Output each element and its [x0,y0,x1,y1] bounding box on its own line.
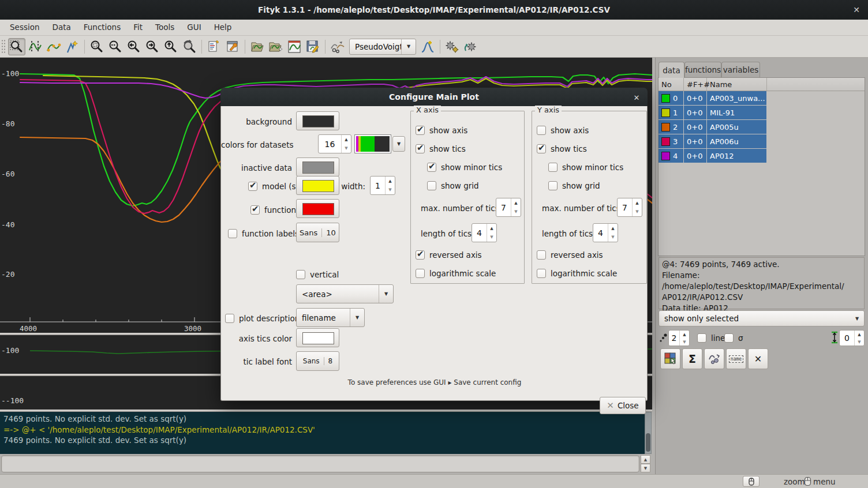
sigma-checkbox[interactable] [724,333,734,343]
dataset-color-swatch[interactable] [661,108,670,117]
x-max-tics-spinner[interactable]: 7▲▼ [496,198,521,217]
dialog-titlebar[interactable]: Configure Main Plot ✕ [220,88,648,106]
undo-fit-button[interactable] [462,38,480,55]
window-close-icon[interactable]: ✕ [851,4,862,16]
dataset-color-swatch[interactable] [661,123,670,132]
y-show-axis-checkbox[interactable] [537,126,546,135]
line-checkbox[interactable] [697,333,706,343]
menu-gui[interactable]: GUI [181,20,207,35]
y-reversed-axis-checkbox[interactable] [537,250,546,260]
function-labels-checkbox[interactable] [228,229,237,238]
mouse-hints-toggle-button[interactable] [743,476,760,487]
delete-dataset-button[interactable]: ✕ [748,348,768,369]
vertical-checkbox[interactable] [296,270,305,279]
add-function-button[interactable] [419,38,436,55]
output-console[interactable]: 7469 points. No explicit std. dev. Set a… [0,412,645,454]
menu-data[interactable]: Data [46,20,77,35]
x-log-scale-checkbox[interactable] [416,269,425,278]
dataset-color-swatch[interactable] [661,137,670,146]
plot-description-dropdown[interactable]: filename ▼ [296,308,365,327]
zoom-right-button[interactable] [144,38,161,55]
close-button[interactable]: ✕ Close [600,397,646,414]
menu-help[interactable]: Help [208,20,238,35]
x-show-axis-checkbox[interactable] [416,126,425,135]
y-show-minor-tics-checkbox[interactable] [548,163,558,172]
show-sum-button[interactable]: Σ [682,348,702,369]
data-transform-button[interactable] [329,38,346,55]
label-format-dropdown[interactable]: <area> ▼ [296,284,394,303]
zoom-up-button[interactable] [162,38,179,55]
copy-functions-button[interactable] [704,348,724,369]
dialog-close-icon[interactable]: ✕ [631,92,642,103]
baseline-mode-button[interactable] [45,38,62,55]
zoom-mode-button[interactable] [8,38,25,55]
dataset-colors-preview-button[interactable] [354,134,391,153]
y-show-grid-checkbox[interactable] [548,181,558,190]
x-tic-length-spinner[interactable]: 4▲▼ [472,223,497,242]
table-row[interactable]: 4 0+0 AP012 [659,149,865,163]
point-size-spinner[interactable]: 2 ▲▼ [668,330,690,346]
dataset-table[interactable]: No #F+# Name 0 0+0 AP003_unwa... 1 0+0 M… [658,77,865,256]
data-range-mode-button[interactable] [27,38,44,55]
y-max-tics-spinner[interactable]: 7▲▼ [617,198,642,217]
menu-fit[interactable]: Fit [127,20,149,35]
dataset-color-swatch[interactable] [661,94,670,103]
rename-dataset-button[interactable]: name [726,348,746,369]
data-editor-button[interactable] [286,38,303,55]
show-filter-dropdown[interactable]: show only selected ▼ [659,310,865,326]
menu-session[interactable]: Session [3,20,46,35]
tic-font-button[interactable]: Sans 8 [296,351,339,371]
zoom-left-button[interactable] [125,38,143,55]
append-data-button[interactable] [267,38,285,55]
zoom-previous-button[interactable] [181,38,198,55]
run-fit-button[interactable] [444,38,461,55]
menu-tools[interactable]: Tools [149,20,181,35]
col-header-ff[interactable]: #F+# [684,78,707,91]
label-font-button[interactable]: Sans 10 [296,223,339,242]
y-tic-length-spinner[interactable]: 4▲▼ [593,223,618,242]
x-reversed-axis-checkbox[interactable] [416,250,425,260]
toolbar-grip[interactable] [1,39,6,54]
model-sum-checkbox[interactable] [248,182,257,191]
console-scrollbar[interactable] [645,412,652,454]
scrollbar-thumb[interactable] [646,433,650,452]
axis-tics-color-button[interactable] [296,328,339,347]
save-session-button[interactable] [304,38,321,55]
open-data-button[interactable] [249,38,266,55]
tab-variables[interactable]: variables [721,62,760,77]
menu-functions[interactable]: Functions [77,20,127,35]
session-log-button[interactable] [205,38,223,55]
table-row[interactable]: 1 0+0 MIL-91 [659,106,865,120]
dataset-colors-count-spinner[interactable]: 16 ▲▼ [318,134,351,153]
shift-spinner[interactable]: 0 ▲▼ [839,330,865,346]
dataset-color-swatch[interactable] [661,152,670,160]
command-input[interactable] [1,455,639,472]
plot-description-checkbox[interactable] [225,314,234,323]
dataset-colors-button[interactable] [660,348,680,369]
input-history-down-button[interactable]: ▼ [641,464,650,472]
dataset-colors-dropdown-button[interactable]: ▼ [392,136,405,152]
background-color-button[interactable] [296,111,339,130]
y-show-tics-checkbox[interactable] [537,144,546,153]
peak-type-dropdown[interactable]: PseudoVoigtA ▼ [349,39,416,55]
input-history-up-button[interactable]: ▲ [641,455,650,464]
tab-functions[interactable]: functions [684,62,721,77]
zoom-horizontal-button[interactable] [107,38,124,55]
zoom-all-button[interactable] [88,38,106,55]
functions-checkbox[interactable] [250,205,260,215]
gui-config-button[interactable] [224,38,241,55]
col-header-name[interactable]: Name [707,78,767,91]
x-show-grid-checkbox[interactable] [427,181,436,190]
table-row[interactable]: 3 0+0 AP006u [659,134,865,149]
window-titlebar[interactable]: Fityk 1.3.1 - /home/aleplo/test/Desktop/… [0,0,868,20]
tab-data[interactable]: data [659,62,684,78]
col-header-no[interactable]: No [659,78,684,91]
table-row[interactable]: 0 0+0 AP003_unwa... [659,91,865,106]
model-width-spinner[interactable]: 1 ▲▼ [370,176,395,195]
x-show-minor-tics-checkbox[interactable] [427,163,436,172]
y-log-scale-checkbox[interactable] [537,269,546,278]
x-show-tics-checkbox[interactable] [416,144,425,153]
add-peak-mode-button[interactable] [63,38,81,55]
inactive-data-color-button[interactable] [296,157,339,177]
table-row[interactable]: 2 0+0 AP005u [659,120,865,134]
